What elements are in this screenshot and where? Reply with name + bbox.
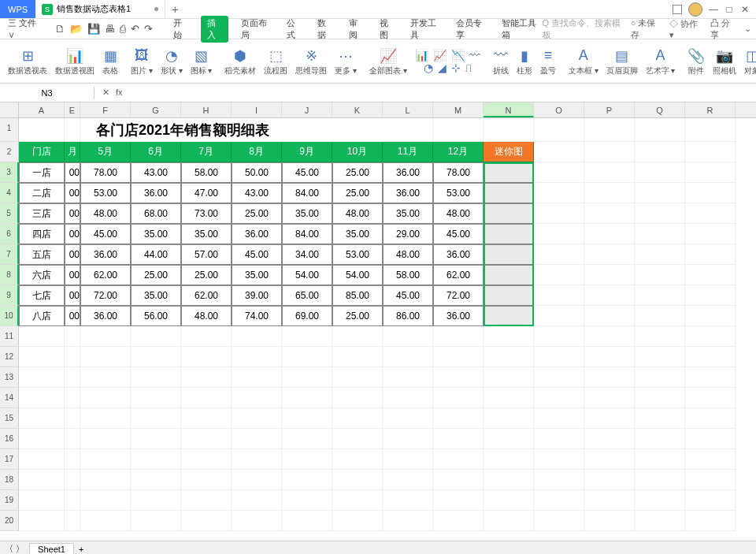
cell-P5[interactable] [584,203,635,224]
col-header-N[interactable]: N [484,102,534,117]
cell-O6[interactable] [534,224,584,244]
cell-P3[interactable] [584,162,635,183]
cell-N8[interactable] [484,265,534,285]
cell-F7[interactable]: 36.00 [80,244,131,265]
cell-I11[interactable] [232,326,282,347]
cell-M8[interactable]: 62.00 [433,265,484,285]
cell-H5[interactable]: 73.00 [181,203,232,224]
cell-J11[interactable] [282,326,332,347]
ribbon-icons[interactable]: ▧图标 ▾ [187,41,216,81]
cell-M1[interactable] [433,118,484,142]
cell-I9[interactable]: 39.00 [232,285,282,306]
cell-I4[interactable]: 43.00 [232,183,282,203]
pie-chart-icon[interactable]: ◔ [424,61,433,74]
cell-N3[interactable] [484,162,534,183]
col-header-J[interactable]: J [282,102,332,117]
cell-R9[interactable] [685,285,736,306]
cell-M19[interactable] [433,490,484,511]
tab-insert[interactable]: 插入 [201,16,228,43]
cell-A20[interactable] [19,511,65,531]
cell-R8[interactable] [685,265,736,285]
cell-K6[interactable]: 35.00 [332,224,383,244]
layout-icon[interactable] [673,5,682,14]
row-header-10[interactable]: 10 [0,306,19,326]
cell-A6[interactable]: 四店 [19,224,65,244]
new-tab-button[interactable]: + [165,3,184,16]
ribbon-wordart[interactable]: A艺术字 ▾ [643,41,679,81]
cell-O18[interactable] [534,470,584,490]
cell-R5[interactable] [685,203,736,224]
cell-L11[interactable] [383,326,433,347]
cell-M7[interactable]: 36.00 [433,244,484,265]
ribbon-image[interactable]: 🖼图片 ▾ [128,41,156,81]
cell-F6[interactable]: 45.00 [80,224,131,244]
ribbon-shapes[interactable]: ◔形状 ▾ [158,41,186,81]
cell-N7[interactable] [484,244,534,265]
cell-I12[interactable] [232,347,282,367]
cell-L13[interactable] [383,367,433,388]
cell-E3[interactable]: 00 [65,162,80,183]
ribbon-flowchart[interactable]: ⬚流程图 [261,41,291,81]
cell-E9[interactable]: 00 [65,285,80,306]
cell-L3[interactable]: 36.00 [383,162,433,183]
cell-N12[interactable] [484,347,534,367]
cell-A4[interactable]: 二店 [19,183,65,203]
cell-N20[interactable] [484,511,534,531]
cell-Q18[interactable] [635,470,685,490]
row-header-7[interactable]: 7 [0,244,19,265]
cell-F18[interactable] [80,470,131,490]
ribbon-table[interactable]: ▦表格 [99,41,121,81]
unsaved-label[interactable]: ○ 未保存 [631,17,662,41]
cell-J4[interactable]: 84.00 [282,183,332,203]
cell-F2[interactable]: 5月 [80,142,131,162]
cell-E4[interactable]: 00 [65,183,80,203]
qat-undo-icon[interactable]: ↶ [131,23,139,35]
cell-E19[interactable] [65,490,80,511]
row-header-14[interactable]: 14 [0,388,19,408]
cell-R11[interactable] [685,326,736,347]
ribbon-sparkline[interactable]: 〰折线 [490,41,512,81]
cell-J7[interactable]: 34.00 [282,244,332,265]
cell-I17[interactable] [232,449,282,470]
cell-P6[interactable] [584,224,635,244]
cell-K15[interactable] [332,408,383,429]
cell-I6[interactable]: 36.00 [232,224,282,244]
cell-Q13[interactable] [635,367,685,388]
cell-F14[interactable] [80,388,131,408]
cell-L1[interactable] [383,118,433,142]
tab-pagelayout[interactable]: 页面布局 [238,16,274,43]
cell-N15[interactable] [484,408,534,429]
cell-H15[interactable] [181,408,232,429]
cell-E16[interactable] [65,429,80,449]
cell-R16[interactable] [685,429,736,449]
ribbon-docer[interactable]: ⬢稻壳素材 [221,41,259,81]
qat-save-icon[interactable]: 💾 [87,23,100,35]
cell-F19[interactable] [80,490,131,511]
cell-Q15[interactable] [635,408,685,429]
cell-E6[interactable]: 00 [65,224,80,244]
cell-F20[interactable] [80,511,131,531]
col-header-E[interactable]: E [65,102,80,117]
cell-N18[interactable] [484,470,534,490]
scatter-chart-icon[interactable]: ⊹ [451,61,461,74]
cell-M12[interactable] [433,347,484,367]
cell-G12[interactable] [131,347,181,367]
cell-G6[interactable]: 35.00 [131,224,181,244]
cell-G16[interactable] [131,429,181,449]
cell-M10[interactable]: 36.00 [433,306,484,326]
cell-A10[interactable]: 八店 [19,306,65,326]
bar-chart-icon[interactable]: 📊 [415,49,428,61]
cell-F4[interactable]: 53.00 [80,183,131,203]
cell-L19[interactable] [383,490,433,511]
cell-F3[interactable]: 78.00 [80,162,131,183]
cell-O16[interactable] [534,429,584,449]
cell-A9[interactable]: 七店 [19,285,65,306]
row-header-11[interactable]: 11 [0,326,19,347]
cell-Q14[interactable] [635,388,685,408]
cell-G19[interactable] [131,490,181,511]
cell-E10[interactable]: 00 [65,306,80,326]
row-header-20[interactable]: 20 [0,511,19,531]
cell-I5[interactable]: 25.00 [232,203,282,224]
cell-A7[interactable]: 五店 [19,244,65,265]
cell-K7[interactable]: 53.00 [332,244,383,265]
